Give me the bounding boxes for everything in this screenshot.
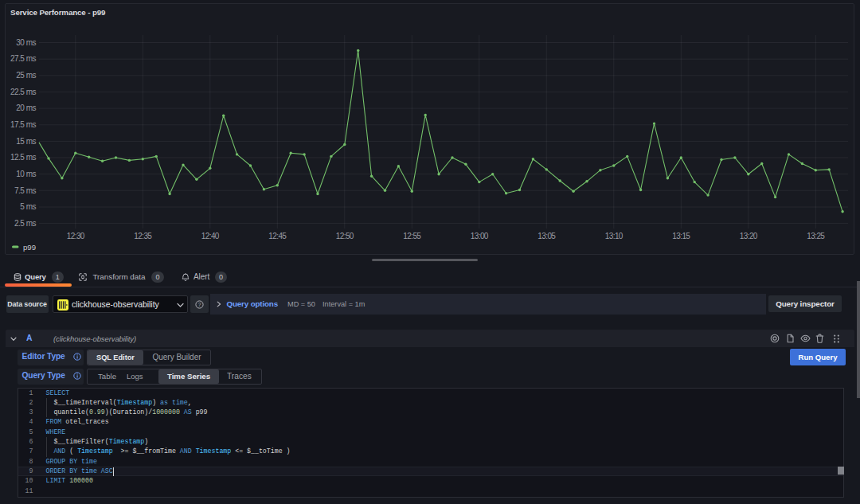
svg-text:13:25: 13:25 <box>807 232 825 240</box>
svg-text:22.5 ms: 22.5 ms <box>10 88 37 96</box>
svg-text:12:40: 12:40 <box>201 232 220 240</box>
svg-text:12:30: 12:30 <box>67 232 85 240</box>
svg-text:12.5 ms: 12.5 ms <box>10 153 37 162</box>
svg-text:27.5 ms: 27.5 ms <box>10 54 37 63</box>
svg-text:?: ? <box>198 302 201 307</box>
svg-text:2.5 ms: 2.5 ms <box>14 219 37 228</box>
svg-text:12:45: 12:45 <box>268 232 287 240</box>
svg-text:12:50: 12:50 <box>336 232 354 240</box>
svg-text:13:05: 13:05 <box>538 232 556 240</box>
svg-text:30 ms: 30 ms <box>16 38 36 47</box>
svg-text:13:00: 13:00 <box>471 232 489 240</box>
svg-text:7.5 ms: 7.5 ms <box>14 186 37 195</box>
svg-text:20 ms: 20 ms <box>16 104 36 112</box>
svg-text:13:20: 13:20 <box>740 232 758 240</box>
svg-text:13:15: 13:15 <box>672 232 690 240</box>
svg-text:10 ms: 10 ms <box>16 170 36 178</box>
svg-text:12:35: 12:35 <box>134 232 152 240</box>
svg-text:12:55: 12:55 <box>403 232 421 240</box>
svg-text:15 ms: 15 ms <box>16 137 36 146</box>
svg-text:5 ms: 5 ms <box>20 202 36 211</box>
svg-text:25 ms: 25 ms <box>16 71 36 80</box>
svg-text:17.5 ms: 17.5 ms <box>10 120 37 129</box>
svg-text:p99: p99 <box>23 243 36 252</box>
svg-text:13:10: 13:10 <box>605 232 624 240</box>
